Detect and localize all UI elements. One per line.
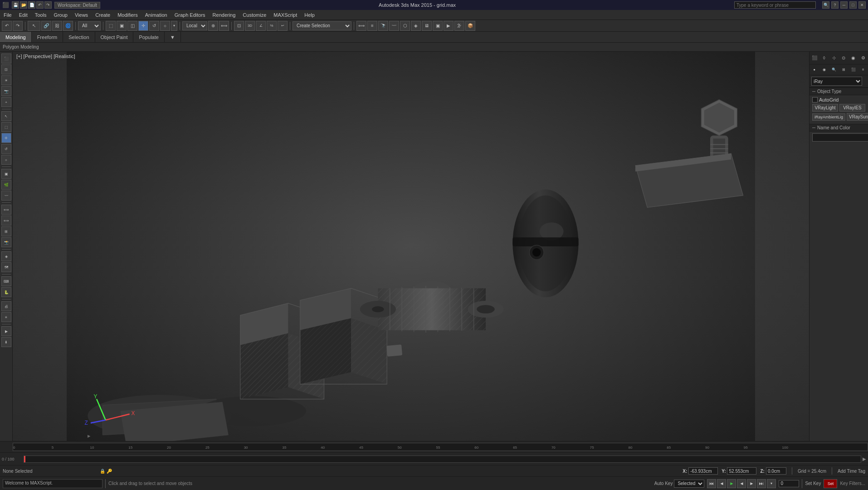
pivot-center-btn[interactable]: ⊡ (234, 21, 244, 31)
tab-selection[interactable]: Selection (63, 32, 95, 42)
rp-icon-c[interactable]: 🔍 (830, 66, 838, 74)
play-options-btn[interactable]: ▾ (767, 479, 776, 488)
rp-icon-e[interactable]: ⬛ (849, 66, 858, 74)
viewport[interactable]: [+] [Perspective] [Realistic] (13, 52, 809, 441)
curve-editor-btn[interactable]: 〰 (389, 21, 399, 31)
menu-graph-editors[interactable]: Graph Editors (171, 10, 209, 20)
menu-animation[interactable]: Animation (141, 10, 171, 20)
create-camera-btn[interactable]: 📷 (1, 86, 11, 96)
tab-freeform[interactable]: Freeform (32, 32, 63, 42)
lock-icon[interactable]: 🔒 (100, 469, 105, 474)
tab-more[interactable]: ▼ (165, 32, 181, 42)
scale-tool-lt[interactable]: ⟐ (1, 155, 11, 165)
scripting-lt[interactable]: ⌨ (1, 276, 11, 286)
move-tool-lt[interactable]: ✛ (1, 133, 11, 143)
next-frame-btn[interactable]: ► (747, 479, 756, 488)
irayambientlig-btn[interactable]: iRayAmbientLig (812, 113, 845, 121)
material-editor-btn[interactable]: ◈ (411, 21, 421, 31)
select-rotate-btn[interactable]: ↺ (149, 21, 159, 31)
render-btn-lt[interactable]: ▣ (1, 169, 11, 179)
scroll-right-btn[interactable]: ▶ (863, 456, 866, 461)
snap-percent-btn[interactable]: % (267, 21, 277, 31)
save-btn[interactable]: 💾 (12, 1, 19, 9)
rp-icon-a[interactable]: ● (810, 66, 819, 74)
layers-lt[interactable]: ≡ (1, 312, 11, 322)
autokey-dropdown[interactable]: Selected (674, 480, 704, 488)
select-tool-btn[interactable]: ↖ (28, 21, 40, 31)
create-light-btn[interactable]: ☀ (1, 75, 11, 85)
search-icon-btn[interactable]: 🔍 (822, 1, 829, 9)
menu-tools[interactable]: Tools (31, 10, 50, 20)
undo-title-btn[interactable]: ↶ (36, 1, 44, 9)
menu-edit[interactable]: Edit (15, 10, 31, 20)
menu-group[interactable]: Group (50, 10, 71, 20)
search-input[interactable] (734, 1, 816, 9)
select-scale-btn[interactable]: ⟐ (160, 21, 170, 31)
rp-motion-icon[interactable]: ⊙ (839, 54, 848, 62)
rp-modify-icon[interactable]: ◊ (820, 54, 828, 62)
create-helper-btn[interactable]: + (1, 97, 11, 107)
z-input[interactable] (766, 467, 786, 475)
current-frame-input[interactable] (779, 480, 799, 487)
coord-system-dropdown[interactable]: Local (182, 21, 207, 30)
print-viewport-lt[interactable]: 🖨 (1, 301, 11, 311)
tab-populate[interactable]: Populate (133, 32, 164, 42)
rp-icon-b[interactable]: ◉ (820, 66, 828, 74)
bind-warp-btn[interactable]: 🌀 (63, 21, 73, 31)
help-btn[interactable]: ? (831, 1, 839, 9)
unlink-tool-btn[interactable]: ⛓ (52, 21, 62, 31)
create-selection-dropdown[interactable]: Create Selection (293, 21, 351, 30)
key-icon[interactable]: 🔑 (107, 469, 112, 474)
layer-mgr-btn[interactable]: ≡ (367, 21, 377, 31)
vraysun-btn[interactable]: VRaySun (847, 113, 868, 121)
timeline-lt[interactable]: ▶ (1, 326, 11, 336)
select-move-btn[interactable]: ✛ (138, 21, 148, 31)
name-color-collapse-btn[interactable]: ─ (812, 125, 815, 130)
rp-icon-d[interactable]: ⊞ (839, 66, 848, 74)
go-end-btn[interactable]: ⏭ (757, 479, 766, 488)
autogrid-checkbox[interactable] (812, 97, 818, 103)
timeline-track[interactable]: 0 5 10 15 20 25 30 35 40 45 50 55 60 65 … (13, 443, 868, 451)
menu-help[interactable]: Help (301, 10, 318, 20)
mirror-btn[interactable]: ⟺ (219, 21, 229, 31)
render-frame-btn[interactable]: ▣ (433, 21, 443, 31)
menu-create[interactable]: Create (92, 10, 114, 20)
vrayies-btn[interactable]: VRayIES (839, 104, 865, 112)
minimize-btn[interactable]: ─ (840, 1, 848, 9)
select-obj-btn[interactable]: ⬚ (106, 21, 116, 31)
environment-btn-lt[interactable]: 🌿 (1, 180, 11, 190)
menu-file[interactable]: File (0, 10, 15, 20)
python-lt[interactable]: 🐍 (1, 287, 11, 297)
rp-display-icon[interactable]: ◉ (849, 54, 858, 62)
new-btn[interactable]: 📄 (28, 1, 35, 9)
x-input[interactable] (688, 467, 718, 475)
menu-rendering[interactable]: Rendering (209, 10, 239, 20)
map-scaler-lt[interactable]: 🗺 (1, 262, 11, 272)
create-geometry-btn[interactable]: ⬛ (1, 54, 11, 64)
close-btn[interactable]: ✕ (858, 1, 866, 9)
create-shape-btn[interactable]: ⊡ (1, 64, 11, 74)
menu-maxscript[interactable]: MAXScript (270, 10, 301, 20)
frame-slider[interactable] (24, 456, 861, 463)
prev-frame-btn[interactable]: ◄ (717, 479, 726, 488)
setkey-btn[interactable]: Set (824, 479, 837, 488)
scene-xplore-btn[interactable]: 🔭 (378, 21, 388, 31)
tab-modeling[interactable]: Modeling (0, 32, 32, 42)
track-view-lt[interactable]: 〰 (1, 191, 11, 201)
vraylight-btn[interactable]: VRayLight (812, 104, 838, 112)
select-region-btn[interactable]: ▣ (117, 21, 127, 31)
snapshot-lt[interactable]: 📸 (1, 237, 11, 247)
object-type-collapse-btn[interactable]: ─ (812, 89, 815, 94)
env-effects-btn[interactable]: 🌫 (454, 21, 464, 31)
snap-toggle-3d-btn[interactable]: 3D (245, 21, 255, 31)
menu-modifiers[interactable]: Modifiers (114, 10, 141, 20)
workspace-dropdown[interactable]: Workspace: Default (54, 2, 100, 9)
link-tool-btn[interactable]: 🔗 (41, 21, 51, 31)
select-tool-lt[interactable]: ↖ (1, 111, 11, 121)
rotate-tool-lt[interactable]: ↺ (1, 144, 11, 154)
rp-utilities-icon[interactable]: ⚙ (859, 54, 867, 62)
material-lt[interactable]: ◈ (1, 251, 11, 261)
tab-object-paint[interactable]: Object Paint (95, 32, 134, 42)
go-start-btn[interactable]: ⏮ (707, 479, 716, 488)
snap-angle-btn[interactable]: ∠ (256, 21, 266, 31)
